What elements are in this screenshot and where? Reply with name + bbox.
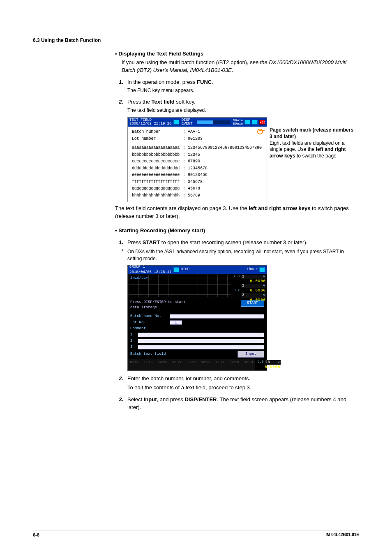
step-sub: The FUNC key menu appears. [127,87,359,94]
step-text: to open the start recording screen (rele… [160,239,307,245]
media-icon [259,267,265,272]
comment-input-3[interactable] [138,345,264,349]
step-text: , and press [157,396,185,402]
page-footer: 6-8 IM 04L42B01-01E [33,530,359,539]
step-text: In the operation mode, press [127,79,197,85]
page-number: 6-8 [33,532,39,539]
step-text: Press the [127,99,152,105]
annot-title: Page switch mark (release numbers 3 and … [270,127,353,139]
field-label: hhhhhhhhhhhhhhhhhhhh [132,193,181,199]
field-label: Lot number [132,136,181,142]
keylock-icon [252,120,258,125]
field-value: : 345678 [183,179,203,185]
field-value: : 67890 [183,159,200,165]
annotation-page-switch: Page switch mark (release numbers 3 and … [270,117,356,202]
disp-label: DISP [181,267,190,272]
field-label: gggggggggggggggggggg [132,186,181,192]
subhead-start-recording: Starting Recording (Memory start) [115,227,359,235]
input-button[interactable]: Input [238,351,264,358]
doc-number: IM 04L42B01-01E [325,532,359,539]
after-shot-text: The text field contents are displayed on… [115,205,359,220]
key-disp-enter: DISP/ENTER [184,396,217,402]
subhead-display-text-field: Displaying the Text Field Settings [115,50,359,58]
step-number: 2. [115,98,123,114]
tick: 12:29 [230,360,239,370]
ch-value: 0.0000 [241,289,266,293]
field-value: : 12345 [183,152,200,158]
section-header: 6.3 Using the Batch Function [33,37,359,45]
alarm-icon [173,120,179,125]
step-number: 2. [115,375,123,392]
batch-text-field-label: Batch text field [130,352,166,357]
comment-idx: 3 [130,345,135,350]
ch-unit: V [263,293,265,298]
step-number: 3. [115,396,123,412]
ch-unit: V [263,275,265,279]
batch-name-input[interactable] [170,314,264,319]
field-label: ffffffffffffffffffff [132,179,181,185]
step-text: Press [127,239,143,245]
screen-title: GROUP 1 [129,264,172,270]
field-label: dddddddddddddddddddd [132,166,181,172]
tick: 12:13 [144,360,152,370]
field-label: cccccccccccccccccccc [132,159,181,165]
display-text-body: If you are using the multi batch functio… [122,59,359,74]
text: . [232,67,233,73]
text: The text field contents are displayed on… [115,205,249,211]
scale-column: 2.0 0.2 [231,274,240,298]
ch-unit: V [263,284,265,288]
screenshot-group1: GROUP 1 2010/04/05 12:28:17 DISP 1hour 1… [127,265,267,371]
step-text: . [212,79,213,85]
note-text: On DXs with the /AS1 advanced security o… [127,248,359,263]
field-value: : 90123456 [183,172,208,178]
comment-idx: 2 [130,338,135,344]
softkey-text-field: Text field [152,99,175,105]
lot-no-label: Lot No. [130,320,167,325]
screen-datetime: 2008/12/02 21:19:20 [129,122,172,126]
event-label: EVENT [182,122,193,126]
text: If you are using the multi batch functio… [122,59,260,65]
field-value: : 12345678 [183,166,208,172]
div-label: 1min/div [130,276,148,280]
batch-name-label: Batch name-No. [130,314,167,319]
tick: 12:21 [173,360,181,370]
ch-num: 10 [265,360,270,365]
comment-input-1[interactable] [138,333,264,337]
field-value: : 45678 [183,186,200,192]
step-text: To edit the contents of a text field, pr… [127,384,359,392]
tick: 12:27 [216,360,224,370]
ch-value: 0.0000 [241,279,266,284]
media-icon [244,120,250,125]
lot-no-input[interactable]: 1 [170,320,182,325]
progress-bar [197,120,230,124]
arrow-keys: left and right arrow keys [249,205,310,211]
callout-mark-icon [259,128,267,134]
tick: 12:23 [187,360,196,370]
ch-num: 3 [242,293,244,298]
min-remain: 59min [233,122,243,125]
channel-values: 1V0.00002V0.00003V0.0000 [240,274,267,298]
note-star: * [115,247,123,263]
record-icon: •)) [259,120,265,125]
ch-value: 0.0000 [265,365,280,370]
ch-num: 1 [242,275,244,279]
hour-label: 1hour [247,267,258,272]
input-label: Input [144,396,157,402]
tick: 12:31 [244,360,253,370]
field-value: : 56789 [183,193,200,199]
field-label: bbbbbbbbbbbbbbbbbbbb [132,152,181,158]
step-number: 1. [115,239,123,247]
field-value: : 001203 [183,136,203,142]
ch-value: 0.0000 [241,298,266,303]
screenshot-text-field: TEXT FIELD 2008/12/02 21:19:20 DISP EVEN… [127,117,267,202]
tick: 12:11 [129,360,138,370]
comment-idx: 1 [130,332,135,338]
key-start: START [143,239,160,245]
step-text: Select [127,396,144,402]
alarm-icon [173,267,179,272]
scale-val: -2.0 [255,359,264,370]
key-func: FUNC [197,79,212,85]
comment-input-2[interactable] [138,339,264,343]
tick: 12:15 [158,360,167,370]
field-label: aaaaaaaaaaaaaaaaaaaa [132,145,181,151]
